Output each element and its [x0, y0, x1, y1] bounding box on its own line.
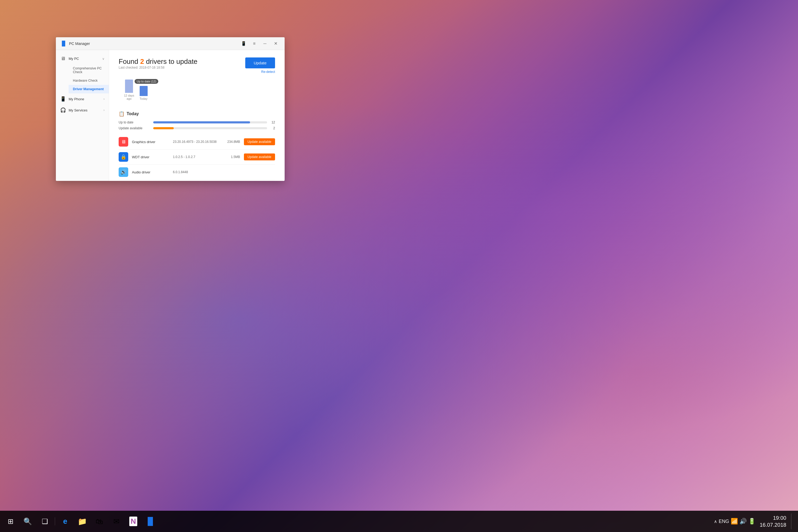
driver-row-fingerprint: 👆 Fingerprint dr... 1.1.11.31: [119, 180, 275, 181]
chart-area: Up to date (12) 12 daysago Today: [119, 79, 275, 106]
titlebar: ▐▌ PC Manager 📱 ≡ ─ ✕: [56, 37, 285, 50]
progress-label-update: Update available: [119, 126, 151, 130]
found-drivers-info: Found 2 drivers to update Last checked: …: [119, 57, 197, 71]
my-services-label: My Services: [69, 108, 101, 112]
window-body: 🖥 My PC ∨ Comprehensive PC Check Hardwar…: [56, 50, 285, 181]
clock-time: 19:00: [773, 514, 786, 521]
my-pc-subitems: Comprehensive PC Check Hardware Check Dr…: [56, 64, 109, 93]
driver-row-graphics: 🖥 Graphics driver 23.20.16.4973 - 23.20.…: [119, 134, 275, 150]
task-view-icon: ❑: [42, 517, 48, 526]
show-desktop-button[interactable]: [791, 513, 795, 529]
driver-name-wdt: WDT driver: [132, 155, 169, 159]
driver-size-wdt: 1.5MB: [222, 155, 240, 159]
menu-button[interactable]: ≡: [249, 40, 259, 48]
app-logo: ▐▌: [60, 41, 67, 46]
chart-bar-group-1: 12 daysago: [124, 79, 134, 100]
close-icon: ✕: [274, 41, 278, 46]
driver-icon-wdt: 🔒: [119, 152, 128, 162]
minimize-button[interactable]: ─: [260, 40, 270, 48]
main-content: Found 2 drivers to update Last checked: …: [109, 50, 285, 181]
driver-size-graphics: 234.8MB: [222, 140, 240, 144]
driver-icon-graphics: 🖥: [119, 137, 128, 147]
store-icon-btn[interactable]: 🛍: [91, 513, 107, 529]
explorer-icon: 📁: [78, 517, 87, 526]
sidebar-item-driver-management[interactable]: Driver Management: [69, 85, 109, 93]
driver-icon-audio: 🔊: [119, 167, 128, 177]
clock-date: 16.07.2018: [760, 521, 786, 528]
found-prefix: Found: [119, 57, 140, 65]
content-header: Found 2 drivers to update Last checked: …: [119, 57, 275, 74]
explorer-icon-btn[interactable]: 📁: [74, 513, 90, 529]
phone-icon: 📱: [241, 41, 246, 46]
minimize-icon: ─: [263, 41, 266, 46]
sidebar: 🖥 My PC ∨ Comprehensive PC Check Hardwar…: [56, 50, 109, 181]
chart-label-1: 12 daysago: [124, 94, 134, 100]
search-button[interactable]: 🔍: [20, 513, 36, 529]
sidebar-item-my-phone[interactable]: 📱 My Phone ›: [56, 93, 109, 104]
sidebar-item-hardware-check[interactable]: Hardware Check: [69, 76, 109, 85]
header-actions: Update Re-detect: [245, 57, 275, 74]
titlebar-controls: 📱 ≡ ─ ✕: [239, 40, 280, 48]
mail-icon-btn[interactable]: ✉: [108, 513, 124, 529]
systray: ∧ ENG 📶 🔊 🔋: [712, 518, 758, 525]
chart-bar-group-2: Today: [140, 86, 148, 100]
driver-version-wdt: 1.0.2.5 - 1.0.2.7: [173, 155, 218, 159]
onenote-icon: N: [129, 517, 137, 526]
taskbar-clock[interactable]: 19:00 16.07.2018: [760, 514, 786, 528]
my-pc-arrow: ∨: [102, 57, 104, 61]
chart-tooltip: Up to date (12): [135, 79, 158, 84]
mail-icon: ✉: [113, 517, 119, 526]
taskbar-right: ∧ ENG 📶 🔊 🔋 19:00 16.07.2018: [712, 513, 795, 529]
onenote-icon-btn[interactable]: N: [125, 513, 141, 529]
driver-row-wdt: 🔒 WDT driver 1.0.2.5 - 1.0.2.7 1.5MB Upd…: [119, 150, 275, 165]
systray-battery-icon: 🔋: [748, 518, 756, 525]
today-label: Today: [127, 111, 139, 116]
pc-icon: 🖥: [60, 56, 66, 61]
close-button[interactable]: ✕: [271, 40, 280, 48]
driver-version-graphics: 23.20.16.4973 - 23.20.16.5038: [173, 140, 218, 144]
chart-bar-1: [125, 79, 133, 93]
app-title: PC Manager: [69, 41, 239, 46]
progress-bar-update-fill: [153, 127, 174, 129]
store-icon: 🛍: [95, 517, 103, 526]
task-view-button[interactable]: ❑: [37, 513, 53, 529]
phone-button[interactable]: 📱: [239, 40, 248, 48]
progress-row-update: Update available 2: [119, 126, 275, 130]
my-pc-label: My PC: [69, 57, 99, 61]
chart-bar-2: [140, 86, 148, 96]
menu-icon: ≡: [253, 41, 255, 46]
wdt-update-btn[interactable]: Update available: [244, 153, 275, 160]
sidebar-item-my-services[interactable]: 🎧 My Services ›: [56, 104, 109, 116]
progress-bar-uptodate-container: [153, 121, 267, 124]
redetect-link[interactable]: Re-detect: [261, 70, 275, 74]
taskbar-left: ⊞ 🔍 ❑ e 📁 🛍 ✉ N ▐▌: [3, 513, 158, 529]
graphics-update-btn[interactable]: Update available: [244, 138, 275, 145]
sidebar-item-comprehensive-check[interactable]: Comprehensive PC Check: [69, 64, 109, 76]
my-phone-label: My Phone: [69, 97, 101, 101]
driver-name-graphics: Graphics driver: [132, 140, 169, 144]
progress-bar-update-container: [153, 127, 267, 129]
systray-network-icon: 📶: [731, 518, 738, 525]
start-button[interactable]: ⊞: [3, 513, 19, 529]
systray-chevron[interactable]: ∧: [714, 519, 717, 524]
pcmanager-taskbar-icon: ▐▌: [145, 517, 156, 526]
update-button[interactable]: Update: [245, 57, 275, 68]
phone-nav-icon: 📱: [60, 96, 66, 102]
today-section: 📋 Today Up to date 12 Update available: [119, 111, 275, 181]
chart-label-2: Today: [140, 97, 147, 100]
driver-row-audio: 🔊 Audio driver 6.0.1.8448: [119, 165, 275, 180]
my-services-arrow: ›: [103, 108, 104, 112]
systray-language: ENG: [719, 519, 729, 524]
found-title: Found 2 drivers to update: [119, 57, 197, 66]
sidebar-item-my-pc[interactable]: 🖥 My PC ∨: [56, 53, 109, 64]
pcmanager-icon-btn[interactable]: ▐▌: [142, 513, 158, 529]
services-icon: 🎧: [60, 107, 66, 113]
progress-row-uptodate: Up to date 12: [119, 120, 275, 124]
edge-icon-btn[interactable]: e: [57, 513, 73, 529]
progress-count-update: 2: [270, 126, 275, 130]
progress-count-uptodate: 12: [270, 120, 275, 124]
taskbar: ⊞ 🔍 ❑ e 📁 🛍 ✉ N ▐▌ ∧ ENG 📶: [0, 511, 798, 532]
today-icon: 📋: [119, 111, 125, 117]
start-icon: ⊞: [8, 517, 14, 526]
progress-label-uptodate: Up to date: [119, 120, 151, 124]
